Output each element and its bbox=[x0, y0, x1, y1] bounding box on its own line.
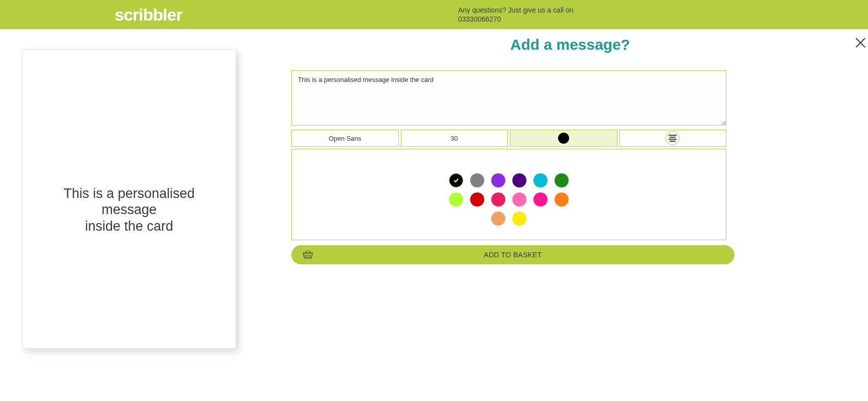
top-header: scribbler Any questions? Just give us a … bbox=[0, 0, 868, 29]
color-swatch[interactable] bbox=[491, 192, 505, 207]
current-color-dot bbox=[558, 133, 569, 144]
color-swatch[interactable] bbox=[449, 173, 463, 187]
color-swatch[interactable] bbox=[512, 173, 526, 187]
color-swatch[interactable] bbox=[491, 212, 505, 226]
font-selector[interactable]: Open Sans bbox=[291, 130, 399, 147]
add-to-basket-button[interactable]: ADD TO BASKET bbox=[291, 245, 734, 264]
color-swatch[interactable] bbox=[533, 173, 548, 187]
color-selector[interactable] bbox=[510, 130, 617, 147]
color-palette bbox=[291, 149, 726, 240]
color-swatch[interactable] bbox=[555, 173, 569, 187]
color-swatch[interactable] bbox=[470, 192, 484, 207]
align-selector[interactable] bbox=[619, 130, 727, 147]
color-swatch[interactable] bbox=[512, 192, 526, 207]
color-swatch[interactable] bbox=[470, 173, 484, 187]
color-swatch[interactable] bbox=[491, 173, 505, 187]
editor-title: Add a message? bbox=[286, 36, 854, 53]
color-swatch[interactable] bbox=[533, 192, 548, 207]
add-to-basket-label: ADD TO BASKET bbox=[484, 251, 541, 259]
color-swatch[interactable] bbox=[449, 192, 463, 207]
size-selector[interactable]: 30 bbox=[401, 130, 508, 147]
align-center-icon bbox=[666, 131, 680, 145]
brand-logo: scribbler bbox=[115, 5, 182, 25]
basket-icon bbox=[302, 249, 313, 261]
message-textarea[interactable] bbox=[291, 70, 726, 126]
color-swatch[interactable] bbox=[555, 192, 569, 207]
format-toolbar: Open Sans 30 bbox=[291, 130, 726, 147]
header-phone: 03330066270 bbox=[458, 15, 574, 24]
close-icon[interactable] bbox=[854, 36, 867, 51]
header-question-text: Any questions? Just give us a call on bbox=[458, 6, 574, 15]
header-contact: Any questions? Just give us a call on 03… bbox=[458, 6, 574, 24]
card-preview-text: This is a personalised messageinside the… bbox=[38, 185, 221, 234]
color-swatch[interactable] bbox=[512, 212, 526, 226]
card-preview: This is a personalised messageinside the… bbox=[22, 49, 236, 349]
